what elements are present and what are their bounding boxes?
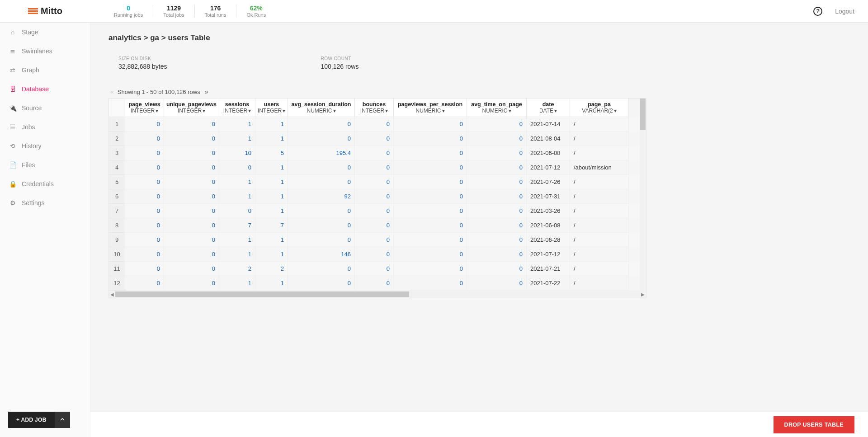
column-type: VARCHAR(2 ▾	[572, 108, 627, 114]
cell-page_views: 0	[125, 117, 164, 132]
info-rows: ROW COUNT 100,126 rows	[321, 56, 359, 70]
rownum-cell: 3	[109, 146, 125, 160]
column-header-pageviews_per_session[interactable]: pageviews_per_session NUMERIC ▾	[394, 99, 467, 117]
column-header-page_pa[interactable]: page_pa VARCHAR(2 ▾	[570, 99, 629, 117]
table-row[interactable]: 60011920002021-07-31/	[109, 189, 646, 204]
hscroll-track[interactable]	[115, 291, 640, 298]
table-row[interactable]: 12001100002021-07-22/	[109, 276, 646, 291]
table-row[interactable]: 5001100002021-07-26/	[109, 175, 646, 189]
column-header-page_views[interactable]: page_views INTEGER ▾	[125, 99, 164, 117]
column-header-avg_session_duration[interactable]: avg_session_duration NUMERIC ▾	[288, 99, 355, 117]
breadcrumb-part[interactable]: ga	[150, 33, 159, 42]
cell-pageviews_per_session: 0	[394, 247, 467, 262]
cell-pageviews_per_session: 0	[394, 160, 467, 175]
cell-bounces: 0	[355, 175, 394, 189]
column-type: INTEGER ▾	[257, 108, 286, 114]
cell-date: 2021-08-04	[527, 132, 570, 146]
drop-table-button[interactable]: DROP USERS TABLE	[774, 416, 854, 433]
table-row[interactable]: 1001100002021-07-14/	[109, 117, 646, 132]
cell-unique_pageviews: 0	[164, 160, 219, 175]
vscroll-thumb[interactable]	[640, 99, 646, 130]
chevron-down-icon: ▾	[248, 108, 251, 114]
column-header-users[interactable]: users INTEGER ▾	[255, 99, 288, 117]
table-row[interactable]: 4000100002021-07-12/about/mission	[109, 160, 646, 175]
breadcrumb-part[interactable]: analytics	[108, 33, 142, 42]
cell-page_pa: /	[570, 132, 629, 146]
files-icon: 📄	[9, 161, 16, 169]
column-header-date[interactable]: date DATE ▾	[527, 99, 570, 117]
cell-sessions: 7	[219, 218, 255, 233]
cell-pageviews_per_session: 0	[394, 146, 467, 160]
cell-date: 2021-03-26	[527, 204, 570, 218]
cell-date: 2021-06-28	[527, 233, 570, 247]
hscroll-thumb[interactable]	[115, 291, 409, 297]
history-icon: ⟲	[9, 142, 16, 150]
chevron-down-icon: ▾	[442, 108, 445, 114]
header-stat: 0 Running jobs	[104, 5, 153, 18]
cell-avg_session_duration: 0	[288, 160, 355, 175]
help-icon[interactable]: ?	[813, 7, 822, 16]
header-stat: 1129 Total jobs	[153, 5, 194, 18]
cell-sessions: 1	[219, 189, 255, 204]
stat-value: 0	[114, 5, 143, 12]
column-name: pageviews_per_session	[396, 101, 465, 108]
cell-users: 1	[255, 233, 288, 247]
sidebar-item-label: Jobs	[22, 123, 35, 131]
cell-unique_pageviews: 0	[164, 175, 219, 189]
horizontal-scrollbar[interactable]: ◀ ▶	[109, 291, 646, 298]
sidebar-item-jobs[interactable]: ☰ Jobs	[0, 117, 90, 136]
sidebar-item-credentials[interactable]: 🔒 Credentials	[0, 174, 90, 193]
column-type: DATE ▾	[528, 108, 568, 114]
pager-next[interactable]: »	[205, 88, 208, 95]
cell-avg_time_on_page: 0	[467, 117, 527, 132]
table-row[interactable]: 9001100002021-06-28/	[109, 233, 646, 247]
logo[interactable]: Mitto	[0, 6, 90, 16]
column-header-bounces[interactable]: bounces INTEGER ▾	[355, 99, 394, 117]
sidebar-item-graph[interactable]: ⇄ Graph	[0, 61, 90, 80]
vertical-scrollbar[interactable]	[640, 99, 646, 291]
add-job-button[interactable]: + ADD JOB	[8, 412, 55, 428]
column-type: INTEGER ▾	[357, 108, 392, 114]
column-name: bounces	[357, 101, 392, 108]
cell-date: 2021-06-08	[527, 146, 570, 160]
rownum-cell: 12	[109, 276, 125, 291]
sidebar-item-database[interactable]: 🗄 Database	[0, 80, 90, 99]
info-size-label: SIZE ON DISK	[118, 56, 167, 61]
chevron-down-icon: ▾	[333, 108, 336, 114]
sidebar-item-settings[interactable]: ⚙ Settings	[0, 193, 90, 212]
sidebar-item-stage[interactable]: ⌂ Stage	[0, 23, 90, 42]
chevron-down-icon: ▾	[283, 108, 285, 114]
cell-users: 5	[255, 146, 288, 160]
cell-page_pa: /	[570, 146, 629, 160]
pager-prev[interactable]: «	[110, 88, 113, 95]
sidebar-item-source[interactable]: 🔌 Source	[0, 99, 90, 117]
column-name: page_views	[127, 101, 162, 108]
table-row[interactable]: 1000111460002021-07-12/	[109, 247, 646, 262]
logo-text: Mitto	[41, 6, 62, 16]
table-row[interactable]: 2001100002021-08-04/	[109, 132, 646, 146]
add-job-dropdown[interactable]	[55, 412, 70, 428]
table-row[interactable]: 300105195.40002021-06-08/	[109, 146, 646, 160]
cell-sessions: 0	[219, 160, 255, 175]
column-header-sessions[interactable]: sessions INTEGER ▾	[219, 99, 255, 117]
column-header-avg_time_on_page[interactable]: avg_time_on_page NUMERIC ▾	[467, 99, 527, 117]
logout-link[interactable]: Logout	[835, 8, 854, 15]
table-row[interactable]: 11002200002021-07-21/	[109, 262, 646, 276]
table-row[interactable]: 7000100002021-03-26/	[109, 204, 646, 218]
cell-avg_time_on_page: 0	[467, 189, 527, 204]
cell-avg_time_on_page: 0	[467, 160, 527, 175]
cell-users: 2	[255, 262, 288, 276]
cell-pageviews_per_session: 0	[394, 175, 467, 189]
column-header-unique_pageviews[interactable]: unique_pageviews INTEGER ▾	[164, 99, 219, 117]
info-panel: SIZE ON DISK 32,882,688 bytes ROW COUNT …	[108, 49, 850, 77]
column-name: date	[528, 101, 568, 108]
sidebar-item-swimlanes[interactable]: ≣ Swimlanes	[0, 42, 90, 61]
rownum-cell: 11	[109, 262, 125, 276]
hscroll-left-arrow[interactable]: ◀	[109, 291, 115, 298]
cell-avg_session_duration: 146	[288, 247, 355, 262]
sidebar-item-files[interactable]: 📄 Files	[0, 155, 90, 174]
table-row[interactable]: 8007700002021-06-08/	[109, 218, 646, 233]
hscroll-right-arrow[interactable]: ▶	[640, 291, 646, 298]
sidebar-item-history[interactable]: ⟲ History	[0, 136, 90, 155]
cell-page_pa: /	[570, 262, 629, 276]
